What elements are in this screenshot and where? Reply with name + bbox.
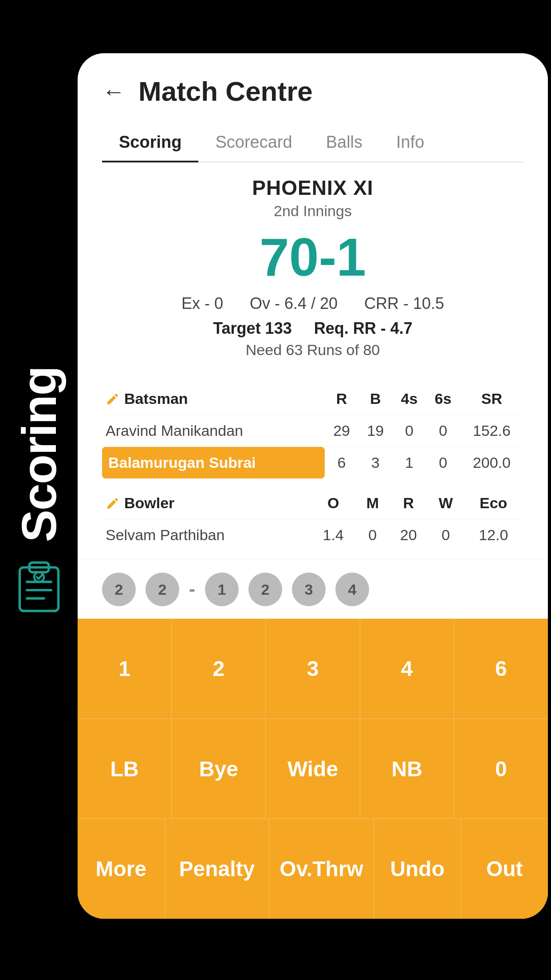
key-lb[interactable]: LB [78,719,172,819]
key-wide[interactable]: Wide [266,719,360,819]
bowler-table: Bowler O M R W Eco Selvam Parthiban 1.4 … [102,487,523,551]
target-label: Target 133 [213,319,291,338]
batsman-2-name: Balamurugan Subrai [102,447,325,479]
batsman-2-r: 6 [325,447,358,479]
keypad-row-2: LB Bye Wide NB 0 [78,719,548,819]
bowler-col-header: Bowler [102,487,310,519]
ball-6: 4 [335,573,369,606]
ball-2: 2 [146,573,179,606]
bowler-w-header: W [428,487,463,519]
edit-icon-batsman [106,392,120,406]
batsman-6s-header: 6s [426,383,460,415]
batsman-4s-header: 4s [392,383,426,415]
bowler-section: Bowler O M R W Eco Selvam Parthiban 1.4 … [78,487,548,560]
tab-scorecard[interactable]: Scorecard [198,125,309,162]
tab-scoring[interactable]: Scoring [102,125,198,162]
bowler-m-header: M [356,487,389,519]
key-bye[interactable]: Bye [172,719,266,819]
key-6[interactable]: 6 [454,619,548,719]
batsman-section: Batsman R B 4s 6s SR Aravind Manikandan … [78,383,548,487]
bowler-1-name: Selvam Parthiban [102,519,310,551]
clipboard-icon [15,560,63,613]
ball-history: 2 2 - 1 2 3 4 [78,560,548,619]
need-label: Need 63 Runs of 80 [87,341,539,359]
batsman-1-b: 19 [358,415,392,447]
bowler-1-w: 0 [428,519,463,551]
innings-label: 2nd Innings [87,202,539,220]
header: ← Match Centre [102,75,523,107]
score-meta: Ex - 0 Ov - 6.4 / 20 CRR - 10.5 [87,294,539,313]
key-penalty[interactable]: Penalty [165,819,270,919]
bowler-o-header: O [310,487,356,519]
key-0[interactable]: 0 [454,719,548,819]
batsman-1-6s: 0 [426,415,460,447]
overs-display: Ov - 6.4 / 20 [250,294,338,313]
batsman-col-header: Batsman [102,383,325,415]
batsman-1-r: 29 [325,415,358,447]
batsman-1-4s: 0 [392,415,426,447]
bowler-1-r: 20 [389,519,428,551]
key-undo[interactable]: Undo [374,819,461,919]
page-title: Match Centre [138,75,313,107]
key-overthrow[interactable]: Ov.Thrw [269,819,374,919]
batsman-1-sr: 152.6 [460,415,523,447]
score-display: 70-1 [87,228,539,286]
key-out[interactable]: Out [461,819,548,919]
req-rr-label: Req. RR - 4.7 [314,319,413,338]
extras-display: Ex - 0 [181,294,223,313]
batsman-2-sr: 200.0 [460,447,523,479]
edit-icon-bowler [106,496,120,510]
key-nb[interactable]: NB [360,719,454,819]
tab-balls[interactable]: Balls [309,125,379,162]
table-row: Balamurugan Subrai 6 3 1 0 200.0 [102,447,523,479]
key-more[interactable]: More [78,819,165,919]
batsman-2-4s: 1 [392,447,426,479]
top-section: ← Match Centre Scoring Scorecard Balls I… [78,53,548,162]
batsman-sr-header: SR [460,383,523,415]
bowler-1-o: 1.4 [310,519,356,551]
target-row: Target 133 Req. RR - 4.7 [87,319,539,338]
team-name: PHOENIX XI [87,176,539,200]
crr-display: CRR - 10.5 [364,294,444,313]
table-row: Selvam Parthiban 1.4 0 20 0 12.0 [102,519,523,551]
batsman-b-header: B [358,383,392,415]
side-panel: Scoring [0,0,78,980]
tabs-bar: Scoring Scorecard Balls Info [102,125,523,162]
ball-1: 2 [102,573,136,606]
ball-3: 1 [205,573,239,606]
bowler-1-eco: 12.0 [463,519,523,551]
batsman-2-b: 3 [358,447,392,479]
batsman-table: Batsman R B 4s 6s SR Aravind Manikandan … [102,383,523,478]
table-row: Aravind Manikandan 29 19 0 0 152.6 [102,415,523,447]
batsman-1-name: Aravind Manikandan [102,415,325,447]
batsman-2-6s: 0 [426,447,460,479]
key-4[interactable]: 4 [360,619,454,719]
back-button[interactable]: ← [102,78,125,105]
score-section: PHOENIX XI 2nd Innings 70-1 Ex - 0 Ov - … [78,162,548,383]
ball-5: 3 [292,573,326,606]
key-1[interactable]: 1 [78,619,172,719]
keypad-row-3: More Penalty Ov.Thrw Undo Out [78,818,548,919]
key-2[interactable]: 2 [172,619,266,719]
bowler-r-header: R [389,487,428,519]
key-3[interactable]: 3 [266,619,360,719]
bowler-eco-header: Eco [463,487,523,519]
bowler-1-m: 0 [356,519,389,551]
tab-info[interactable]: Info [379,125,441,162]
keypad-section: 1 2 3 4 6 LB Bye Wide NB 0 More Penalty … [78,619,548,919]
scoring-label: Scoring [15,367,63,542]
batsman-r-header: R [325,383,358,415]
ball-dot: - [189,579,195,600]
phone-card: ← Match Centre Scoring Scorecard Balls I… [78,53,548,919]
keypad-row-1: 1 2 3 4 6 [78,619,548,719]
ball-4: 2 [248,573,282,606]
